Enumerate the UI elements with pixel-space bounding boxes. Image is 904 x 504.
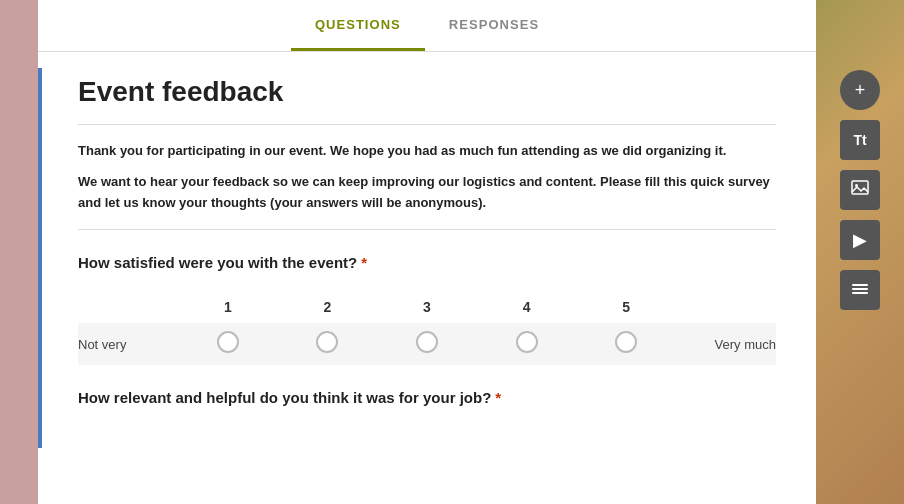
- rating-numbers-row: 1 2 3 4 5: [78, 291, 776, 323]
- text-icon: Tt: [853, 132, 866, 148]
- rating-num-5: 5: [576, 291, 676, 323]
- question-1-section: How satisfied were you with the event?* …: [78, 254, 776, 365]
- empty-right: [676, 291, 776, 323]
- high-label: Very much: [676, 323, 776, 365]
- empty-left: [78, 291, 178, 323]
- radio-cell-1[interactable]: [178, 323, 278, 365]
- rating-table-1: 1 2 3 4 5 Not very: [78, 291, 776, 365]
- required-star-2: *: [495, 389, 501, 406]
- form-title: Event feedback: [78, 76, 776, 108]
- tab-responses[interactable]: RESPONSES: [425, 1, 563, 51]
- add-icon: +: [855, 80, 866, 101]
- svg-rect-3: [852, 288, 868, 290]
- tab-questions[interactable]: QUESTIONS: [291, 1, 425, 51]
- text-tool-button[interactable]: Tt: [840, 120, 880, 160]
- question-2-label: How relevant and helpful do you think it…: [78, 389, 776, 406]
- tab-bar: QUESTIONS RESPONSES: [38, 0, 816, 52]
- blue-accent-bar: [38, 68, 42, 448]
- question-1-label: How satisfied were you with the event?*: [78, 254, 776, 271]
- radio-cell-3[interactable]: [377, 323, 477, 365]
- image-tool-button[interactable]: [840, 170, 880, 210]
- image-icon: [850, 178, 870, 203]
- radio-2[interactable]: [316, 331, 338, 353]
- form-container: QUESTIONS RESPONSES Event feedback Thank…: [38, 0, 816, 504]
- required-star-1: *: [361, 254, 367, 271]
- form-content: Event feedback Thank you for participati…: [38, 52, 816, 504]
- radio-cell-5[interactable]: [576, 323, 676, 365]
- title-divider: [78, 124, 776, 125]
- svg-rect-2: [852, 284, 868, 286]
- rating-num-1: 1: [178, 291, 278, 323]
- rating-num-4: 4: [477, 291, 577, 323]
- description-1: Thank you for participating in our event…: [78, 141, 776, 162]
- svg-rect-4: [852, 292, 868, 294]
- rating-num-3: 3: [377, 291, 477, 323]
- radio-3[interactable]: [416, 331, 438, 353]
- left-accent: [0, 0, 38, 504]
- question-2-section: How relevant and helpful do you think it…: [78, 389, 776, 406]
- radio-1[interactable]: [217, 331, 239, 353]
- radio-cell-4[interactable]: [477, 323, 577, 365]
- radio-4[interactable]: [516, 331, 538, 353]
- low-label: Not very: [78, 323, 178, 365]
- sidebar-tools: + Tt ▶: [816, 0, 904, 504]
- rating-num-2: 2: [278, 291, 378, 323]
- desc-divider: [78, 229, 776, 230]
- divider-icon: [850, 282, 870, 298]
- add-tool-button[interactable]: +: [840, 70, 880, 110]
- play-icon: ▶: [853, 229, 867, 251]
- radio-5[interactable]: [615, 331, 637, 353]
- divider-tool-button[interactable]: [840, 270, 880, 310]
- description-2: We want to hear your feedback so we can …: [78, 172, 776, 214]
- svg-rect-0: [852, 181, 868, 194]
- radio-cell-2[interactable]: [278, 323, 378, 365]
- rating-options-row: Not very Very m: [78, 323, 776, 365]
- video-tool-button[interactable]: ▶: [840, 220, 880, 260]
